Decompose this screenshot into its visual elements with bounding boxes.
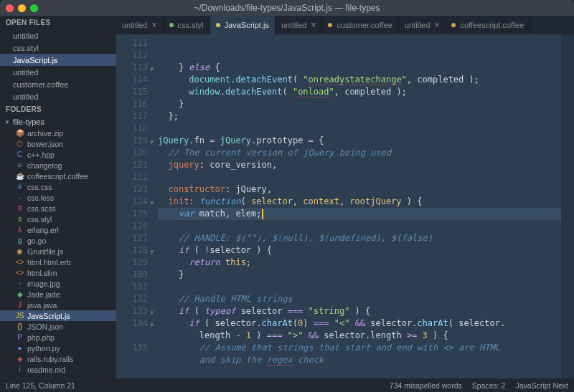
cursor-position[interactable]: Line 125, Column 21 <box>6 381 75 390</box>
line-number[interactable]: 117 <box>116 110 148 123</box>
line-number[interactable]: 120 <box>116 147 148 159</box>
code-line[interactable]: } <box>158 98 561 110</box>
line-number[interactable] <box>116 330 148 342</box>
code-line[interactable]: if ( typeof selector === "string" ) { <box>158 305 561 317</box>
tree-item[interactable]: JSJavaScript.js <box>0 310 116 321</box>
tree-item[interactable]: scss.styl <box>0 214 116 224</box>
code-line[interactable]: and skip the regex check <box>158 354 561 366</box>
indent-status[interactable]: Spaces: 2 <box>472 381 506 390</box>
tree-item[interactable]: ●python.py <box>0 343 116 353</box>
tab[interactable]: css.styl <box>164 16 210 34</box>
fold-icon[interactable]: ▼ <box>150 319 154 331</box>
fold-icon[interactable]: ▼ <box>150 307 154 319</box>
code-line[interactable] <box>158 49 561 62</box>
tree-item[interactable]: Jjava.java <box>0 300 116 310</box>
tree-item[interactable]: Cc++.hpp <box>0 149 116 160</box>
tree-item[interactable]: {}JSON.json <box>0 321 116 332</box>
line-number[interactable]: 135 <box>116 342 148 354</box>
fold-icon[interactable]: ▼ <box>150 197 154 209</box>
line-number[interactable]: 124▼ <box>116 196 148 208</box>
tab[interactable]: coffeescript.coffee <box>446 16 530 34</box>
tree-item[interactable]: ◉Gruntfile.js <box>0 246 116 257</box>
open-file-item[interactable]: untitled <box>0 29 116 42</box>
tree-item[interactable]: ⬡bower.json <box>0 138 116 149</box>
line-number[interactable]: 114 <box>116 74 148 86</box>
open-file-item[interactable]: untitled <box>0 90 116 102</box>
line-number[interactable]: 116 <box>116 98 148 110</box>
fold-icon[interactable]: ▼ <box>150 136 154 148</box>
line-number[interactable]: 111 <box>116 37 148 49</box>
tree-item[interactable]: ☕coffeescript.coffee <box>0 171 116 181</box>
code-line[interactable] <box>158 37 561 49</box>
line-number[interactable]: 128▼ <box>116 244 148 257</box>
code-line[interactable]: document.detachEvent( "onreadystatechang… <box>158 74 561 86</box>
code-line[interactable]: }; <box>158 110 561 123</box>
tree-item[interactable]: ◈rails.ruby.rails <box>0 353 116 364</box>
line-number[interactable]: 129 <box>116 257 148 269</box>
code-line[interactable]: return this; <box>158 257 561 269</box>
tree-item[interactable]: ▫image.jpg <box>0 278 116 289</box>
code-line[interactable]: // Handle HTML strings <box>158 293 561 305</box>
tree-item[interactable]: ireadme.md <box>0 364 116 375</box>
code-line[interactable]: } <box>158 269 561 281</box>
code-line[interactable]: constructor: jQuery, <box>158 183 561 196</box>
code-line[interactable] <box>158 123 561 135</box>
tree-item[interactable]: #css.scss <box>0 203 116 214</box>
open-file-item[interactable]: customer.coffee <box>0 78 116 90</box>
code-line[interactable]: window.detachEvent( "onload", completed … <box>158 86 561 98</box>
code-line[interactable]: length - 1 ) === ">" && selector.length … <box>158 330 561 342</box>
close-icon[interactable]: × <box>311 20 316 30</box>
minimize-icon[interactable] <box>18 4 26 12</box>
code-line[interactable]: jquery: core_version, <box>158 159 561 171</box>
tab[interactable]: untitled× <box>276 16 323 34</box>
tab[interactable]: untitled× <box>116 16 164 34</box>
line-number[interactable]: 134▼ <box>116 317 148 330</box>
line-number[interactable]: 115 <box>116 86 148 98</box>
code-line[interactable]: if ( selector.charAt(0) === "<" && selec… <box>158 317 561 330</box>
close-icon[interactable] <box>6 4 14 12</box>
minimap[interactable] <box>561 34 574 378</box>
line-number[interactable]: 122 <box>116 171 148 183</box>
code-line[interactable]: } else { <box>158 62 561 74</box>
line-number[interactable]: 119▼ <box>116 135 148 147</box>
tree-item[interactable]: <>html.slim <box>0 267 116 278</box>
tree-item[interactable]: ggo.go <box>0 235 116 246</box>
close-icon[interactable]: × <box>151 20 156 30</box>
tree-item[interactable]: #css.css <box>0 181 116 192</box>
tree-item[interactable]: 📦archive.zip <box>0 128 116 138</box>
tab[interactable]: JavaScript.js <box>210 16 276 34</box>
code-content[interactable]: } else { document.detachEvent( "onreadys… <box>155 34 561 378</box>
tab[interactable]: untitled× <box>399 16 446 34</box>
open-file-item[interactable]: untitled <box>0 66 116 78</box>
code-line[interactable]: init: function( selector, context, rootj… <box>158 196 561 208</box>
line-number[interactable]: 125 <box>116 208 148 220</box>
line-number[interactable]: 132 <box>116 293 148 305</box>
line-number[interactable]: 133▼ <box>116 305 148 317</box>
line-number[interactable]: 113▼ <box>116 62 148 74</box>
tree-item[interactable]: ≡changelog <box>0 160 116 171</box>
line-gutter[interactable]: 111112113▼114115116117118119▼12012112212… <box>116 34 155 378</box>
syntax-mode[interactable]: JavaScript Next <box>515 381 568 390</box>
line-number[interactable]: 126 <box>116 220 148 232</box>
line-number[interactable]: 112 <box>116 49 148 62</box>
line-number[interactable]: 130 <box>116 269 148 281</box>
code-line[interactable]: // The current version of jQuery being u… <box>158 147 561 159</box>
tree-item[interactable]: <>html.html.erb <box>0 257 116 267</box>
code-line[interactable]: // Assume that strings that start and en… <box>158 342 561 354</box>
spellcheck-status[interactable]: 734 misspelled words <box>390 381 462 390</box>
line-number[interactable]: 127 <box>116 232 148 244</box>
tree-item[interactable]: Pphp.php <box>0 332 116 343</box>
fold-icon[interactable]: ▼ <box>150 246 154 258</box>
code-line[interactable] <box>158 281 561 293</box>
tree-item[interactable]: -css.less <box>0 192 116 203</box>
line-number[interactable]: 118 <box>116 123 148 135</box>
code-line[interactable]: var match, elem; <box>158 208 561 220</box>
code-line[interactable]: // HANDLE: $(""), $(null), $(undefined),… <box>158 232 561 244</box>
line-number[interactable]: 131 <box>116 281 148 293</box>
line-number[interactable] <box>116 354 148 366</box>
line-number[interactable]: 121 <box>116 159 148 171</box>
tree-item[interactable]: ◆Jade.jade <box>0 289 116 300</box>
maximize-icon[interactable] <box>30 4 38 12</box>
tab[interactable]: customer.coffee <box>322 16 398 34</box>
close-icon[interactable]: × <box>434 20 439 30</box>
